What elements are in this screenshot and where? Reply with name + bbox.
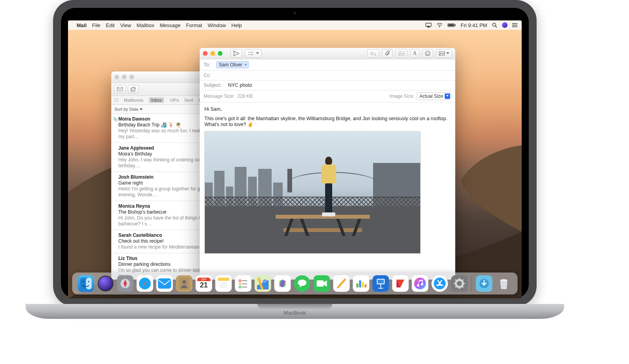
menu-view[interactable]: View bbox=[120, 22, 131, 28]
svg-point-11 bbox=[512, 23, 513, 24]
airplay-icon[interactable] bbox=[425, 23, 432, 27]
cc-field-row[interactable]: Cc: bbox=[200, 71, 455, 80]
sort-by-date[interactable]: Sort by Date bbox=[114, 107, 143, 112]
dock: SEP21 bbox=[72, 273, 518, 294]
battery-icon[interactable] bbox=[447, 23, 456, 27]
menu-message[interactable]: Message bbox=[160, 22, 180, 28]
dock-facetime[interactable] bbox=[314, 275, 330, 292]
svg-rect-68 bbox=[317, 280, 324, 287]
dock-reminders[interactable] bbox=[235, 275, 252, 292]
subject-field-row[interactable]: Subject: NYC photo bbox=[200, 80, 455, 90]
dock-numbers[interactable] bbox=[353, 275, 370, 292]
svg-point-2 bbox=[439, 26, 440, 27]
attach-button[interactable] bbox=[382, 49, 393, 58]
menu-help[interactable]: Help bbox=[232, 22, 242, 28]
dock-mail[interactable] bbox=[156, 275, 173, 292]
dock-contacts[interactable] bbox=[176, 275, 193, 292]
svg-marker-37 bbox=[446, 52, 449, 54]
menubar-app[interactable]: Mail bbox=[77, 22, 86, 28]
close-button[interactable] bbox=[114, 75, 119, 79]
svg-marker-69 bbox=[324, 280, 327, 287]
svg-point-54 bbox=[239, 280, 241, 282]
recipient-pill[interactable]: Sam Oliver bbox=[216, 61, 249, 68]
menubar-clock[interactable]: Fri 9:41 PM bbox=[461, 22, 487, 28]
svg-point-95 bbox=[500, 279, 508, 282]
reply-button[interactable] bbox=[367, 49, 379, 58]
attached-photo[interactable] bbox=[204, 131, 421, 254]
menu-window[interactable]: Window bbox=[208, 22, 226, 28]
fav-vips[interactable]: VIPs bbox=[169, 98, 178, 102]
svg-marker-23 bbox=[140, 108, 143, 110]
svg-point-34 bbox=[428, 53, 429, 53]
zoom-button[interactable] bbox=[218, 51, 223, 56]
minimize-button[interactable] bbox=[210, 51, 215, 56]
desktop: Mail File Edit View Mailbox Message Form… bbox=[68, 20, 522, 298]
dock-notes[interactable] bbox=[215, 275, 232, 292]
dock-pages[interactable] bbox=[333, 275, 350, 292]
send-button[interactable] bbox=[230, 49, 242, 58]
dock-launchpad[interactable] bbox=[117, 275, 134, 292]
svg-rect-5 bbox=[455, 24, 456, 26]
dock-trash[interactable] bbox=[496, 275, 512, 292]
menubar: Mail File Edit View Mailbox Message Form… bbox=[68, 20, 522, 30]
dock-appstore[interactable] bbox=[432, 275, 448, 292]
svg-point-31 bbox=[400, 52, 401, 53]
svg-rect-39 bbox=[86, 278, 92, 289]
svg-point-58 bbox=[239, 286, 241, 288]
svg-point-6 bbox=[493, 23, 496, 26]
image-size-select[interactable]: Actual Size bbox=[417, 92, 451, 100]
dock-itunes[interactable] bbox=[412, 275, 429, 292]
wifi-icon[interactable] bbox=[436, 23, 443, 27]
dock-maps[interactable] bbox=[255, 275, 271, 292]
format-button[interactable]: A bbox=[410, 49, 419, 58]
header-fields-button[interactable] bbox=[245, 49, 262, 58]
svg-point-81 bbox=[414, 278, 426, 289]
close-button[interactable] bbox=[203, 51, 208, 56]
dock-finder[interactable] bbox=[78, 275, 94, 292]
dock-separator bbox=[472, 276, 472, 291]
new-message-button[interactable] bbox=[128, 85, 139, 93]
emoji-button[interactable] bbox=[422, 49, 433, 58]
fav-mailboxes[interactable]: Mailboxes bbox=[124, 98, 143, 102]
svg-point-56 bbox=[239, 283, 241, 285]
zoom-button[interactable] bbox=[129, 75, 134, 79]
to-field-row[interactable]: To: Sam Oliver bbox=[200, 59, 455, 71]
svg-point-12 bbox=[512, 25, 513, 26]
photo-browser-button[interactable] bbox=[395, 49, 407, 58]
menu-edit[interactable]: Edit bbox=[106, 22, 114, 28]
dock-calendar[interactable]: SEP21 bbox=[196, 275, 212, 292]
svg-point-32 bbox=[425, 51, 430, 56]
subject-value[interactable]: NYC photo bbox=[228, 82, 252, 88]
dock-keynote[interactable] bbox=[373, 275, 389, 292]
svg-point-40 bbox=[83, 281, 84, 282]
spotlight-icon[interactable] bbox=[492, 22, 497, 28]
fav-sent[interactable]: Sent bbox=[184, 98, 193, 102]
menu-mailbox[interactable]: Mailbox bbox=[137, 22, 154, 28]
dock-messages[interactable] bbox=[294, 275, 311, 292]
body-text: This one's got it all: the Manhattan sky… bbox=[204, 116, 451, 127]
dock-system-preferences[interactable] bbox=[451, 275, 468, 292]
macbook-base: MacBook bbox=[26, 304, 564, 319]
show-mailboxes-icon[interactable]: ☐ bbox=[114, 98, 118, 103]
dock-safari[interactable] bbox=[137, 275, 153, 292]
notification-center-icon[interactable] bbox=[512, 23, 518, 27]
dock-news[interactable] bbox=[392, 275, 409, 292]
compose-titlebar[interactable]: A bbox=[200, 48, 455, 59]
dock-downloads[interactable] bbox=[476, 275, 493, 292]
menu-file[interactable]: File bbox=[92, 22, 100, 28]
get-mail-button[interactable] bbox=[114, 85, 126, 93]
markup-button[interactable] bbox=[436, 49, 452, 58]
dock-siri[interactable] bbox=[97, 275, 114, 292]
svg-point-25 bbox=[248, 52, 249, 53]
svg-rect-76 bbox=[378, 280, 384, 284]
siri-icon[interactable] bbox=[502, 22, 508, 28]
message-body[interactable]: Hi Sam, This one's got it all: the Manha… bbox=[200, 102, 455, 258]
svg-rect-46 bbox=[158, 278, 171, 289]
minimize-button[interactable] bbox=[122, 75, 127, 79]
fav-inbox[interactable]: Inbox bbox=[149, 97, 164, 103]
dock-photos[interactable] bbox=[274, 275, 291, 292]
image-size-label: Image Size: bbox=[390, 93, 414, 99]
subject-label: Subject: bbox=[204, 82, 225, 88]
body-greeting: Hi Sam, bbox=[204, 106, 451, 112]
menu-format[interactable]: Format bbox=[186, 22, 202, 28]
